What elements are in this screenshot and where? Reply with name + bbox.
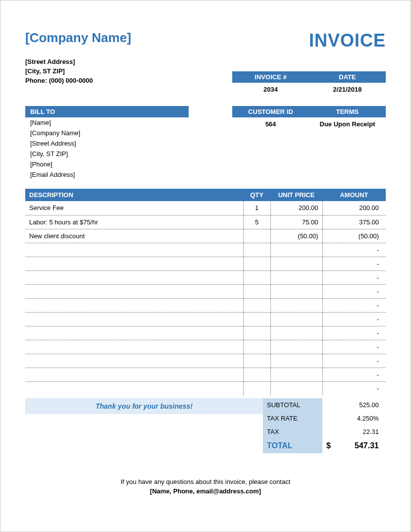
cell-description	[25, 270, 243, 284]
invoice-number: 2034	[232, 83, 309, 96]
currency-symbol: $	[326, 441, 331, 450]
tax-rate-value: 4.250%	[322, 412, 386, 425]
bill-to-street: [Street Address]	[25, 138, 189, 149]
cell-qty	[243, 284, 270, 298]
cell-unit-price	[270, 243, 322, 257]
cell-qty	[243, 298, 270, 312]
cell-amount: (50.00)	[322, 229, 386, 243]
cell-unit-price: 75.00	[270, 215, 322, 229]
table-row: -	[25, 298, 386, 312]
table-row: -	[25, 340, 386, 354]
customer-id-header: CUSTOMER ID	[232, 106, 309, 117]
cell-amount: -	[322, 243, 386, 257]
cell-qty	[243, 270, 270, 284]
footer-text: If you have any questions about this inv…	[25, 478, 386, 485]
subtotal-label: SUBTOTAL	[263, 398, 322, 412]
invoice-date: 2/21/2018	[309, 83, 386, 96]
cell-description	[25, 257, 243, 270]
col-amount: AMOUNT	[322, 189, 386, 201]
cell-description: Service Fee	[25, 201, 243, 215]
cell-qty	[243, 243, 270, 257]
cell-unit-price: 200.00	[270, 201, 322, 215]
tax-label: TAX	[263, 425, 322, 438]
cell-description: Labor: 5 hours at $75/hr	[25, 215, 243, 229]
table-row: -	[25, 284, 386, 298]
cell-amount: -	[322, 340, 386, 354]
table-row: -	[25, 243, 386, 257]
thank-you-message: Thank you for your business!	[25, 398, 263, 414]
items-table: DESCRIPTION QTY UNIT PRICE AMOUNT Servic…	[25, 189, 386, 395]
terms-header: TERMS	[309, 106, 386, 117]
table-row: -	[25, 326, 386, 340]
bill-to-company: [Company Name]	[25, 128, 189, 138]
tax-rate-label: TAX RATE	[263, 412, 322, 425]
bill-to-name: [Name]	[25, 117, 189, 128]
cell-amount: 375.00	[322, 215, 386, 229]
cell-qty	[243, 326, 270, 340]
cell-description	[25, 298, 243, 312]
cell-unit-price	[270, 381, 322, 395]
cell-qty: 5	[243, 215, 270, 229]
cell-unit-price	[270, 368, 322, 381]
cell-unit-price	[270, 257, 322, 270]
table-row: Labor: 5 hours at $75/hr575.00375.00	[25, 215, 386, 229]
cell-qty: 1	[243, 201, 270, 215]
cell-unit-price	[270, 298, 322, 312]
table-row: -	[25, 312, 386, 326]
col-unit-price: UNIT PRICE	[270, 189, 322, 201]
footer-contact: [Name, Phone, email@address.com]	[25, 487, 386, 495]
invoice-title: INVOICE	[309, 30, 386, 51]
bill-to-email: [Email Address]	[25, 169, 189, 180]
sender-street: [Street Address]	[25, 58, 386, 65]
cell-description	[25, 326, 243, 340]
table-row: Service Fee1200.00200.00	[25, 201, 386, 215]
cell-amount: -	[322, 284, 386, 298]
customer-id: 564	[232, 117, 309, 131]
col-qty: QTY	[243, 189, 270, 201]
cell-amount: -	[322, 354, 386, 368]
cell-unit-price	[270, 270, 322, 284]
cell-qty	[243, 368, 270, 381]
company-name: [Company Name]	[25, 30, 131, 46]
bill-to-phone: [Phone]	[25, 159, 189, 169]
cell-amount: 200.00	[322, 201, 386, 215]
cell-qty	[243, 340, 270, 354]
cell-description	[25, 381, 243, 395]
cell-unit-price	[270, 284, 322, 298]
cell-qty	[243, 312, 270, 326]
cell-description	[25, 243, 243, 257]
cell-unit-price	[270, 340, 322, 354]
cell-amount: -	[322, 270, 386, 284]
cell-amount: -	[322, 326, 386, 340]
table-row: -	[25, 368, 386, 381]
totals-block: SUBTOTAL 525.00 TAX RATE 4.250% TAX 22.3…	[263, 398, 386, 453]
cell-unit-price	[270, 326, 322, 340]
cell-description: New client discount	[25, 229, 243, 243]
cell-amount: -	[322, 298, 386, 312]
total-value: 547.31	[355, 441, 379, 450]
bill-to-city: [City, ST ZIP]	[25, 149, 189, 159]
cell-description	[25, 368, 243, 381]
cell-unit-price	[270, 354, 322, 368]
terms-value: Due Upon Receipt	[309, 117, 386, 131]
bill-to-block: BILL TO [Name] [Company Name] [Street Ad…	[25, 106, 189, 180]
cell-qty	[243, 354, 270, 368]
invoice-number-header: INVOICE #	[232, 71, 309, 83]
cell-qty	[243, 381, 270, 395]
cell-amount: -	[322, 312, 386, 326]
table-row: -	[25, 257, 386, 270]
col-description: DESCRIPTION	[25, 189, 243, 201]
cell-amount: -	[322, 368, 386, 381]
table-row: -	[25, 381, 386, 395]
cell-description	[25, 284, 243, 298]
footer: If you have any questions about this inv…	[25, 478, 386, 495]
date-header: DATE	[309, 71, 386, 83]
cell-qty	[243, 229, 270, 243]
total-label: TOTAL	[263, 438, 322, 453]
cell-amount: -	[322, 381, 386, 395]
table-row: New client discount(50.00)(50.00)	[25, 229, 386, 243]
cell-qty	[243, 257, 270, 270]
bill-to-header: BILL TO	[25, 106, 189, 117]
table-row: -	[25, 354, 386, 368]
cell-description	[25, 312, 243, 326]
